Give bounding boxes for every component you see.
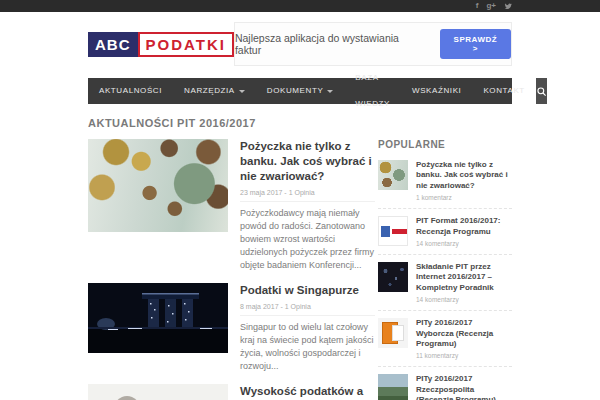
twitter-bird-icon [504, 2, 512, 10]
popular-comment-count: 1 komentarz [416, 194, 512, 201]
nav-item-baza-wiedzy[interactable]: BAZA WIEDZY [344, 78, 401, 104]
popular-title: PITy 2016/2017 Wyborcza (Recenzja Progra… [416, 318, 512, 349]
popular-heading: POPULARNE [378, 139, 512, 150]
nav-label: DOKUMENTY [267, 78, 324, 104]
article-thumbnail-doll-image[interactable] [88, 384, 228, 400]
popular-title: PIT Format 2016/2017: Recenzja Programu [416, 216, 512, 237]
pit-format-logo-shape [381, 226, 390, 237]
popular-item[interactable]: PIT Format 2016/2017: Recenzja Programu … [378, 216, 512, 255]
article-meta: 23 maja 2017 - 1 Opinia [240, 189, 375, 202]
nav-item-narzedzia[interactable]: NARZĘDZIA [173, 78, 256, 104]
article-thumbnail-money-image[interactable] [88, 139, 228, 232]
article-title-link[interactable]: Pożyczka nie tylko z banku. Jak coś wybr… [240, 139, 375, 184]
google-plus-icon[interactable]: g+ [486, 0, 496, 12]
popular-item[interactable]: Pożyczka nie tylko z banku. Jak coś wybr… [378, 160, 512, 209]
nav-item-aktualnosci[interactable]: AKTUALNOŚCI [88, 78, 173, 104]
nav-label: KONTAKT [483, 78, 524, 104]
article-excerpt: Pożyczkodawcy mają niemały powód do rado… [240, 207, 375, 272]
pit-format-logo-shape [392, 229, 407, 234]
site-header: ABC PODATKI Najlepsza aplikacja do wysta… [88, 12, 512, 78]
singapore-skyline-graphic [88, 283, 228, 353]
article-list: Pożyczka nie tylko z banku. Jak coś wybr… [88, 139, 375, 400]
site-logo[interactable]: ABC PODATKI [88, 32, 234, 57]
popular-item[interactable]: Składanie PIT przez Internet 2016/2017 –… [378, 262, 512, 311]
sidebar: POPULARNE Pożyczka nie tylko z banku. Ja… [378, 139, 512, 400]
article-row: Pożyczka nie tylko z banku. Jak coś wybr… [88, 139, 375, 272]
nav-item-dokumenty[interactable]: DOKUMENTY [256, 78, 345, 104]
top-bar: f g+ [0, 0, 600, 12]
logo-abc-text: ABC [88, 32, 138, 57]
popular-title: Pożyczka nie tylko z banku. Jak coś wybr… [416, 160, 512, 191]
nav-item-kontakt[interactable]: KONTAKT [472, 78, 535, 104]
ad-banner[interactable]: Najlepsza aplikacja do wystawiania faktu… [234, 22, 512, 66]
nav-label: WSKAŹNIKI [412, 78, 461, 104]
search-button[interactable] [536, 78, 547, 104]
article-title-link[interactable]: Podatki w Singapurze [240, 283, 375, 298]
page-title: AKTUALNOŚCI PIT 2016/2017 [88, 117, 512, 129]
sprawdz-button[interactable]: SPRAWDŹ > [440, 29, 511, 59]
article-row: Wysokość podatków a przyrost naturalny 7… [88, 384, 375, 400]
article-row: Podatki w Singapurze 8 maja 2017 - 1 Opi… [88, 283, 375, 373]
nav-label: AKTUALNOŚCI [99, 78, 162, 104]
popular-thumbnail-dark-screen-image [378, 262, 408, 292]
doll-head-shape [114, 396, 140, 400]
popular-title: PITy 2016/2017 Rzeczpospolita (Recenzja … [416, 374, 512, 400]
logo-podatki-text: PODATKI [138, 32, 234, 57]
popular-comment-count: 14 komentarzy [416, 296, 512, 303]
popular-item[interactable]: PITy 2016/2017 Wyborcza (Recenzja Progra… [378, 318, 512, 367]
popular-thumbnail-landscape-image [378, 374, 408, 400]
popular-thumbnail-money-image [378, 160, 408, 190]
ad-banner-text: Najlepsza aplikacja do wystawiania faktu… [235, 32, 428, 56]
main-navigation: AKTUALNOŚCI NARZĘDZIA DOKUMENTY BAZA WIE… [88, 78, 512, 104]
twitter-icon[interactable] [504, 0, 512, 12]
popular-title: Składanie PIT przez Internet 2016/2017 –… [416, 262, 512, 293]
facebook-icon[interactable]: f [476, 0, 479, 12]
nav-item-wskazniki[interactable]: WSKAŹNIKI [401, 78, 472, 104]
program-box-shape [392, 325, 404, 341]
chevron-down-icon [327, 90, 333, 93]
nav-label: NARZĘDZIA [184, 78, 235, 104]
nav-label: BAZA WIEDZY [355, 65, 390, 117]
article-thumbnail-singapore-image[interactable] [88, 283, 228, 353]
popular-comment-count: 11 komentarzy [416, 352, 512, 359]
popular-thumbnail-pit-format-image [378, 216, 408, 246]
article-meta: 8 maja 2017 - 1 Opinia [240, 303, 375, 316]
popular-item[interactable]: PITy 2016/2017 Rzeczpospolita (Recenzja … [378, 374, 512, 400]
search-icon [536, 86, 547, 97]
popular-thumbnail-program-box-image [378, 318, 408, 348]
popular-comment-count: 14 komentarzy [416, 240, 512, 247]
article-title-link[interactable]: Wysokość podatków a przyrost naturalny [240, 384, 375, 400]
article-excerpt: Singapur to od wielu lat czołowy kraj na… [240, 321, 375, 373]
chevron-down-icon [239, 90, 245, 93]
